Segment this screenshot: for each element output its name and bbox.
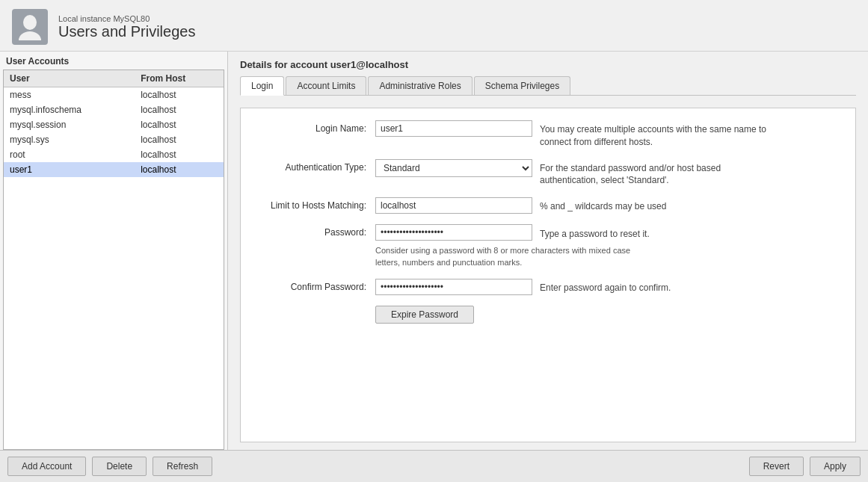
col-user: User bbox=[4, 70, 135, 87]
login-name-input[interactable] bbox=[375, 120, 532, 137]
login-name-row: Login Name: You may create multiple acco… bbox=[256, 120, 840, 149]
login-name-input-area: You may create multiple accounts with th… bbox=[375, 120, 840, 149]
host-cell: localhost bbox=[135, 132, 224, 147]
bottom-bar-right: Revert Apply bbox=[749, 457, 861, 476]
main-area: User Accounts User From Host messlocalho… bbox=[0, 52, 868, 450]
host-limit-row: Limit to Hosts Matching: % and _ wildcar… bbox=[256, 197, 840, 214]
auth-type-select[interactable]: Standard bbox=[375, 159, 532, 177]
login-name-label: Login Name: bbox=[256, 120, 375, 134]
host-cell: localhost bbox=[135, 102, 224, 117]
content-title: Details for account user1@localhost bbox=[240, 59, 856, 70]
host-cell: localhost bbox=[135, 147, 224, 162]
svg-point-0 bbox=[23, 15, 37, 30]
header: Local instance MySQL80 Users and Privile… bbox=[0, 0, 868, 52]
expire-password-button[interactable]: Expire Password bbox=[375, 306, 474, 324]
password-hint: Type a password to reset it. bbox=[540, 225, 650, 241]
host-limit-hint: % and _ wildcards may be used bbox=[540, 197, 666, 213]
sidebar: User Accounts User From Host messlocalho… bbox=[0, 52, 228, 450]
user-cell: root bbox=[4, 147, 135, 162]
tab-schema-privileges[interactable]: Schema Privileges bbox=[474, 76, 570, 95]
header-subtitle: Local instance MySQL80 bbox=[58, 14, 195, 23]
tab-login[interactable]: Login bbox=[240, 76, 284, 96]
confirm-password-input[interactable] bbox=[375, 279, 532, 295]
password-row: Password: Type a password to reset it. C… bbox=[256, 224, 840, 268]
table-row[interactable]: mysql.syslocalhost bbox=[4, 132, 224, 147]
tab-administrative-roles[interactable]: Administrative Roles bbox=[368, 76, 472, 95]
login-name-hint: You may create multiple accounts with th… bbox=[540, 120, 779, 149]
password-hint2: Consider using a password with 8 or more… bbox=[375, 245, 637, 268]
host-cell: localhost bbox=[135, 162, 224, 177]
apply-button[interactable]: Apply bbox=[810, 457, 861, 476]
svg-point-1 bbox=[19, 31, 41, 40]
table-row[interactable]: user1localhost bbox=[4, 162, 224, 177]
password-input[interactable] bbox=[375, 224, 532, 241]
revert-button[interactable]: Revert bbox=[749, 457, 804, 476]
auth-type-input-area: Standard For the standard password and/o… bbox=[375, 159, 840, 188]
table-row[interactable]: rootlocalhost bbox=[4, 147, 224, 162]
expire-password-spacer bbox=[256, 306, 375, 309]
avatar bbox=[12, 9, 48, 45]
user-cell: mysql.session bbox=[4, 117, 135, 132]
table-row[interactable]: messlocalhost bbox=[4, 87, 224, 103]
user-accounts-table: User From Host messlocalhostmysql.infosc… bbox=[3, 69, 224, 450]
confirm-password-input-area: Enter password again to confirm. bbox=[375, 279, 840, 295]
header-text: Local instance MySQL80 Users and Privile… bbox=[58, 14, 195, 40]
host-limit-input[interactable] bbox=[375, 197, 532, 214]
host-cell: localhost bbox=[135, 117, 224, 132]
add-account-button[interactable]: Add Account bbox=[7, 457, 86, 476]
auth-type-label: Authentication Type: bbox=[256, 159, 375, 173]
delete-button[interactable]: Delete bbox=[92, 457, 147, 476]
auth-type-hint: For the standard password and/or host ba… bbox=[540, 159, 779, 188]
host-limit-label: Limit to Hosts Matching: bbox=[256, 197, 375, 211]
confirm-password-row: Confirm Password: Enter password again t… bbox=[256, 279, 840, 295]
user-cell: user1 bbox=[4, 162, 135, 177]
refresh-button[interactable]: Refresh bbox=[153, 457, 212, 476]
user-cell: mess bbox=[4, 87, 135, 103]
expire-password-btn-area: Expire Password bbox=[375, 306, 840, 324]
header-title: Users and Privileges bbox=[58, 23, 195, 40]
table-row[interactable]: mysql.sessionlocalhost bbox=[4, 117, 224, 132]
tabs-bar: LoginAccount LimitsAdministrative RolesS… bbox=[240, 76, 856, 96]
host-limit-input-area: % and _ wildcards may be used bbox=[375, 197, 840, 214]
user-cell: mysql.sys bbox=[4, 132, 135, 147]
login-form: Login Name: You may create multiple acco… bbox=[240, 108, 856, 442]
auth-type-row: Authentication Type: Standard For the st… bbox=[256, 159, 840, 188]
confirm-password-hint: Enter password again to confirm. bbox=[540, 279, 671, 294]
bottom-bar: Add Account Delete Refresh Revert Apply bbox=[0, 450, 868, 482]
host-cell: localhost bbox=[135, 87, 224, 103]
table-row[interactable]: mysql.infoschemalocalhost bbox=[4, 102, 224, 117]
user-cell: mysql.infoschema bbox=[4, 102, 135, 117]
col-host: From Host bbox=[135, 70, 224, 87]
sidebar-label: User Accounts bbox=[0, 52, 227, 69]
content-area: Details for account user1@localhost Logi… bbox=[228, 52, 868, 450]
expire-password-row: Expire Password bbox=[256, 306, 840, 324]
confirm-password-label: Confirm Password: bbox=[256, 279, 375, 292]
password-input-area: Type a password to reset it. Consider us… bbox=[375, 224, 840, 268]
password-label: Password: bbox=[256, 224, 375, 238]
tab-account-limits[interactable]: Account Limits bbox=[286, 76, 366, 95]
